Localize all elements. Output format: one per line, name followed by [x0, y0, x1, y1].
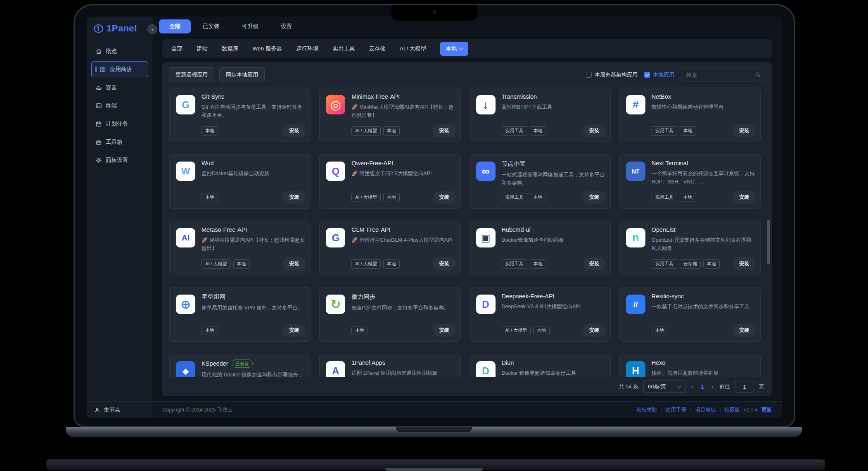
app-card[interactable]: NTNext Terminal一个简单好用安全的开源交互审计系统，支持RDP、S… — [619, 154, 761, 209]
tab-installed[interactable]: 已安装 — [192, 19, 230, 33]
install-button[interactable]: 安装 — [583, 124, 606, 137]
scrollbar[interactable] — [767, 220, 770, 264]
category-database[interactable]: 数据库 — [222, 45, 239, 52]
app-title: GLM-Free-API — [351, 226, 390, 233]
category-local[interactable]: 本地 — [440, 42, 468, 56]
sync-local-apps-button[interactable]: 同步本地应用 — [219, 67, 265, 82]
category-tools[interactable]: 实用工具 — [332, 45, 355, 52]
update-link[interactable]: 更新 — [761, 407, 772, 414]
category-website[interactable]: 建站 — [197, 45, 208, 52]
app-card-header: 微力同步 — [351, 293, 455, 301]
install-button[interactable]: 安装 — [282, 257, 306, 270]
app-icon: H — [626, 361, 645, 377]
sidebar-item-master-node[interactable]: 主节点 — [87, 401, 152, 418]
sidebar-item-terminal[interactable]: 终端 — [91, 98, 148, 114]
app-title: Hexo — [652, 359, 666, 366]
category-ai-llm[interactable]: AI / 大模型 — [400, 45, 427, 52]
app-card-header: Wud — [202, 160, 305, 167]
tab-settings[interactable]: 设置 — [270, 19, 302, 33]
install-button[interactable]: 安装 — [583, 257, 606, 270]
app-card-header: 星空组网 — [202, 293, 305, 301]
install-button[interactable]: 安装 — [282, 324, 306, 337]
install-button[interactable]: 安装 — [433, 191, 456, 204]
sidebar-collapse-button[interactable]: ‹ — [147, 24, 157, 34]
app-card[interactable]: ↓Transmission高性能BT/PT下载工具实用工具本地安装 — [470, 88, 611, 142]
install-button[interactable]: 安装 — [733, 324, 756, 337]
app-card[interactable]: ↻微力同步极速P2P文件同步，支持多平台和多架构。本地安装 — [319, 287, 460, 342]
app-card[interactable]: GGLM-Free-API🚀 智谱清言ChatGLM-4-Plus大模型逆向AP… — [319, 221, 460, 275]
sidebar-item-label: 概览 — [106, 48, 117, 55]
app-card[interactable]: QQwen-Free-API🚀 阿里通义千问2.5大模型逆向APIAI / 大模… — [319, 154, 460, 209]
app-title: Metaso-Free-API — [202, 226, 247, 233]
next-page-button[interactable]: › — [711, 383, 714, 390]
search-input[interactable] — [685, 71, 752, 78]
app-card[interactable]: AiMetaso-Free-API🚀 秘塔AI搜索逆向API【特长：超强检索超长… — [169, 221, 311, 275]
local-filter[interactable]: 本地应用 — [644, 71, 674, 78]
install-button[interactable]: 安装 — [433, 324, 456, 337]
category-cloud-storage[interactable]: 云存储 — [369, 45, 386, 52]
install-button[interactable]: 安装 — [583, 191, 606, 204]
install-button[interactable]: 安装 — [433, 257, 456, 270]
app-card[interactable]: ◎Minimax-Free-API🚀 MiniMax大模型海螺AI逆向API【特… — [319, 88, 460, 142]
sidebar-item-toolbox[interactable]: 工具箱 — [91, 134, 148, 150]
app-tag: 本地 — [533, 326, 550, 335]
app-tag: 本地 — [351, 326, 368, 335]
app-card[interactable]: ◆KSpeeder已安装现代化的 Docker 镜像加速与私有部署服务，支持多平… — [169, 354, 311, 377]
settings-icon — [95, 157, 102, 164]
total-count: 共 54 条 — [619, 383, 638, 390]
sidebar-item-overview[interactable]: 概览 — [91, 43, 148, 59]
update-remote-apps-button[interactable]: 更新远程应用 — [169, 67, 214, 82]
app-card[interactable]: WWud监控Docker基础镜像自动更新本地安装 — [169, 154, 311, 209]
app-icon: D — [476, 361, 496, 377]
footer-link-project[interactable]: 项目地址 — [695, 407, 716, 414]
category-all[interactable]: 全部 — [171, 45, 183, 52]
install-button[interactable]: 安装 — [583, 324, 606, 337]
app-card[interactable]: GGit-SyncGit 仓库自动同步与备份工具，支持定时任务和多平台。本地安装 — [169, 88, 311, 142]
app-card[interactable]: ▣Hubcmd-uiDocker镜像加速查询UI面板实用工具本地安装 — [470, 221, 611, 275]
page-size-select[interactable]: 60条/页 — [643, 381, 685, 393]
app-card[interactable]: DDeepseek-Free-APIDeepSeek-V3 & R1大模型逆向A… — [470, 287, 611, 342]
install-button[interactable]: 安装 — [733, 124, 756, 137]
app-tag: 本地 — [383, 259, 400, 269]
sidebar-item-panel-settings[interactable]: 面板设置 — [91, 152, 148, 168]
app-card[interactable]: DDiunDocker 镜像更新通知命令行工具 — [470, 354, 611, 377]
category-web-server[interactable]: Web 服务器 — [253, 45, 282, 52]
sidebar-item-container[interactable]: 容器 — [91, 79, 148, 95]
app-card[interactable]: HHexo快速、简洁且高效的博客框架 — [619, 354, 761, 377]
current-page[interactable]: 1 — [699, 384, 705, 390]
goto-page-input[interactable] — [735, 381, 754, 392]
install-button[interactable]: 安装 — [433, 124, 456, 137]
install-button[interactable]: 安装 — [282, 191, 306, 204]
arch-filter-checkbox[interactable] — [586, 72, 592, 78]
app-card[interactable]: //Resilio-sync一款基于点对点技术的文件同步和分享工具本地安装 — [619, 287, 761, 342]
sidebar-item-app-store[interactable]: 应用商店 — [91, 61, 148, 77]
install-button[interactable]: 安装 — [733, 191, 756, 204]
webcam-icon — [433, 10, 436, 13]
install-button[interactable]: 安装 — [282, 124, 306, 137]
arch-filter[interactable]: 本服务器架构应用 — [586, 71, 638, 78]
app-description: 监控Docker基础镜像自动更新 — [202, 169, 305, 178]
copyright-text: Copyright © 2014-2025 飞致云 — [162, 407, 232, 414]
app-card[interactable]: A1Panel Apps适配 1Panel 应用商店的通用应用模板 — [319, 354, 460, 377]
prev-page-button[interactable]: ‹ — [690, 383, 694, 390]
app-tag: 本地 — [530, 126, 546, 136]
install-button[interactable]: 安装 — [733, 257, 756, 270]
footer-link-manual[interactable]: 使用手册 — [666, 407, 686, 414]
app-card-header: Metaso-Free-API — [202, 226, 305, 233]
app-icon: ◎ — [326, 95, 345, 114]
tab-upgradable[interactable]: 可升级 — [232, 19, 269, 33]
app-description: 极速P2P文件同步，支持多平台和多架构。 — [351, 304, 455, 312]
tab-all[interactable]: 全部 — [159, 19, 191, 33]
app-tag: 本地 — [680, 126, 696, 136]
app-card[interactable]: ⊕星空组网简单易用的自托管 VPN 服务，支持多平台。本地安装 — [169, 287, 311, 342]
category-runtime[interactable]: 运行环境 — [296, 45, 318, 52]
app-card[interactable]: ∞节点小宝一站式远程管理与网络加速工具，支持多平台和多架构。实用工具本地安装 — [470, 154, 611, 209]
app-card-footer: AI / 大模型本地安装 — [351, 191, 455, 204]
sidebar-item-cronjob[interactable]: 计划任务 — [91, 116, 148, 132]
footer-link-forum[interactable]: 论坛求助 — [636, 407, 657, 414]
footer-link-community[interactable]: 社区版 — [724, 407, 740, 414]
app-card[interactable]: #NetBox数据中心和网络自动化管理平台实用工具本地安装 — [619, 88, 761, 142]
local-apps-checkbox[interactable] — [644, 72, 650, 78]
chevron-down-icon — [459, 45, 464, 50]
app-card[interactable]: nOpenListOpenList-开源支持多存储的文件列表程序和私人网盘实用工… — [619, 221, 761, 275]
